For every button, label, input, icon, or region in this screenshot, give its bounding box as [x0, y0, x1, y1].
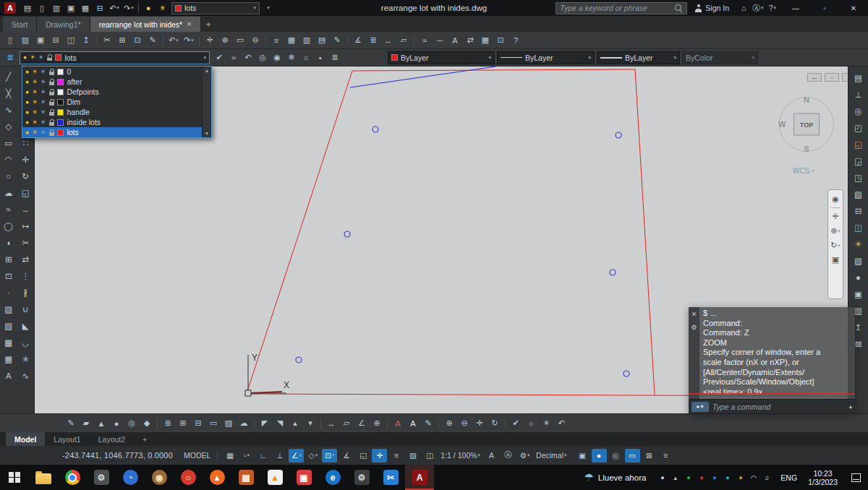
arc-button[interactable]: ◠	[1, 151, 17, 168]
viewport-freeze-icon[interactable]: ☀	[38, 54, 44, 61]
tab-start[interactable]: Start	[3, 17, 37, 32]
spline-button[interactable]: ≈	[1, 201, 17, 218]
materials-button[interactable]: ▨	[851, 252, 867, 269]
cut-button[interactable]: ✂	[100, 33, 114, 48]
showmotion-button[interactable]: ▣	[829, 254, 842, 266]
viewport-freeze-icon[interactable]: ☀	[41, 79, 46, 85]
donut-button[interactable]: ◎	[124, 416, 139, 431]
render-button[interactable]: ●	[851, 269, 867, 285]
bulb-icon[interactable]: ●	[25, 99, 29, 106]
undo-button[interactable]: ↶▾	[166, 33, 181, 48]
minimize-button[interactable]: —	[781, 0, 810, 16]
qnew-button[interactable]: ▯	[3, 33, 17, 48]
layer-isolate-button[interactable]: ◎	[255, 51, 270, 65]
autocad-logo-icon[interactable]: A	[4, 2, 16, 14]
chevron-down-icon[interactable]: ▾	[203, 55, 206, 61]
table-button[interactable]: ▦	[1, 351, 17, 367]
plot-button[interactable]: ⊟	[48, 33, 63, 48]
office-app-button[interactable]: ▦	[231, 465, 260, 490]
save-button[interactable]: ▣	[64, 1, 78, 15]
area-button[interactable]: ▱	[396, 33, 411, 48]
triangle-tool-button[interactable]: ▲	[94, 416, 109, 431]
wcs-dropdown[interactable]: WCS ▾	[793, 167, 814, 175]
layer-item-Defpoints[interactable]: ●☀☀Defpoints	[22, 87, 211, 97]
multiline-text-button[interactable]: A	[406, 416, 420, 431]
fillet-button[interactable]: ◡	[17, 334, 33, 351]
block-button[interactable]: ⊡	[493, 33, 508, 48]
layer-item-handle[interactable]: ●☀☀handle	[22, 107, 211, 117]
explode-button[interactable]: ✳	[17, 351, 33, 367]
circle-button[interactable]: ○	[1, 168, 17, 184]
autodesk-account-button[interactable]: ⌂	[736, 1, 751, 15]
viewcube-west-label[interactable]: W	[778, 120, 786, 129]
zoom-tool-button[interactable]: ⊕▾	[829, 225, 842, 237]
weather-widget[interactable]: ☂ Llueve ahora	[576, 471, 653, 484]
wipeout-button[interactable]: ▨	[221, 416, 236, 431]
units-button[interactable]: Decimal▾	[534, 449, 569, 463]
draworder-back-button[interactable]: ◥	[273, 416, 287, 431]
distance-button[interactable]: ↔	[381, 33, 396, 48]
compass-app-button[interactable]: ◉	[145, 465, 174, 490]
section-plane-button[interactable]: ⊟	[851, 202, 867, 219]
tab-rearrange-lot[interactable]: rearrange lot with inides*✕	[90, 17, 201, 32]
layer-color-swatch[interactable]	[57, 109, 64, 116]
annotation-scale-button[interactable]: 1:1 / 100%▾	[438, 449, 482, 463]
break-button[interactable]: ∦	[17, 284, 33, 301]
revision-cloud-button[interactable]: ☁	[1, 184, 17, 201]
layer-item-after[interactable]: ●☀☀after	[22, 77, 211, 87]
rhombus-button[interactable]: ◆	[140, 416, 154, 431]
recent-commands-button[interactable]: ▸ ▾	[692, 402, 709, 412]
bulb-icon[interactable]: ●	[23, 54, 27, 61]
drawing-close-button[interactable]: ✕	[842, 73, 848, 82]
sheet-set-manager-button[interactable]: ▤	[315, 33, 329, 48]
layer-button[interactable]: ≈	[417, 33, 432, 48]
layer-color-swatch[interactable]	[57, 79, 64, 85]
linetype-button[interactable]: ─	[433, 33, 447, 48]
dynamic-input-toggle[interactable]: ✛	[372, 449, 387, 463]
area-button[interactable]: ▱	[339, 416, 354, 431]
scale-button[interactable]: ◱	[17, 184, 33, 201]
named-views-button[interactable]: ▤	[851, 69, 867, 86]
layer-item-Dim[interactable]: ●☀☀Dim	[22, 97, 211, 107]
app-store-button[interactable]: Ⓐ▾	[751, 1, 765, 15]
search-input[interactable]	[560, 4, 672, 12]
ucs-world-button[interactable]: ◎	[851, 103, 867, 119]
viewcube-top-face[interactable]: TOP	[793, 113, 820, 136]
layer-walk-button[interactable]: ≣	[328, 51, 342, 65]
infer-constraints-toggle[interactable]: ∟	[255, 449, 271, 463]
sun-icon[interactable]: ☀	[32, 99, 38, 106]
command-window[interactable]: ✕ ⚙ $ ...Command:Command: ZZOOMSpecify c…	[689, 307, 855, 413]
settings-button[interactable]: ⚙	[347, 465, 376, 490]
viewport-freeze-icon[interactable]: ☀	[41, 109, 46, 116]
layer-lock-button[interactable]: ▪	[313, 51, 328, 65]
layer-color-swatch[interactable]	[57, 69, 64, 75]
layer-item-0[interactable]: ●☀☀0	[22, 66, 211, 77]
lock-icon[interactable]	[48, 99, 54, 106]
tray-orange-icon[interactable]: ●	[734, 470, 746, 485]
transparency-toggle[interactable]: ▨	[405, 449, 420, 463]
sun-icon[interactable]: ☀	[32, 79, 38, 85]
tray-green-icon[interactable]: ●	[682, 470, 694, 485]
qat-layer-combo[interactable]: lots ▾	[171, 2, 260, 14]
linetype-combo[interactable]: ByLayer ▾	[497, 51, 595, 64]
layer-on-bulb-icon[interactable]: ●	[141, 1, 156, 15]
chevron-down-icon[interactable]: ▾	[588, 55, 591, 61]
object-color-combo[interactable]: ByLayer ▾	[388, 51, 495, 64]
match-properties-button[interactable]: ✎	[145, 33, 160, 48]
layer-color-swatch[interactable]	[57, 89, 64, 95]
layer-item-inside-lots[interactable]: ●☀☀inside lots	[22, 117, 211, 127]
new-button[interactable]: ▯	[35, 1, 49, 15]
gradient-button[interactable]: ▧	[1, 317, 17, 334]
isolate-objects-button[interactable]: ◎	[608, 449, 624, 463]
viewcube[interactable]: N W S TOP	[779, 97, 834, 152]
ucs-button[interactable]: ⊥	[851, 86, 867, 103]
markup-button[interactable]: ✎	[330, 33, 344, 48]
command-input-placeholder[interactable]: Type a command	[712, 403, 770, 411]
text-button[interactable]: A	[448, 33, 462, 48]
grid-toggle[interactable]: ▦	[222, 449, 237, 463]
expand-history-icon[interactable]: ▴	[849, 403, 852, 410]
lock-icon[interactable]	[48, 89, 54, 95]
join-button[interactable]: ∪	[17, 301, 33, 317]
new-drawing-tab-button[interactable]: +	[201, 17, 216, 32]
viewport-freeze-icon[interactable]: ☀	[41, 119, 46, 126]
